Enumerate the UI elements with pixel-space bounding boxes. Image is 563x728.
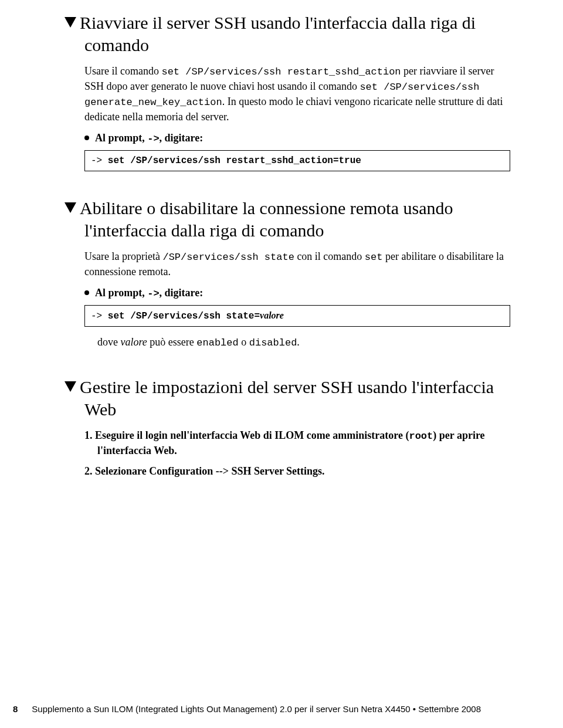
bullet-icon: [84, 290, 89, 295]
var-name: valore: [121, 336, 147, 348]
page-number: 8: [13, 704, 18, 714]
page-footer: 8 Supplemento a Sun ILOM (Integrated Lig…: [0, 704, 563, 714]
step-number: 2.: [84, 465, 95, 477]
paragraph-enable-remote: Usare la proprietà /SP/services/ssh stat…: [65, 249, 510, 279]
code-inline: /SP/services/ssh state: [162, 252, 294, 263]
code-command: set /SP/services/ssh restart_sshd_action…: [108, 155, 361, 166]
code-inline: set: [365, 252, 383, 263]
bullet-icon: [84, 136, 89, 140]
heading-text: Riavviare il server SSH usando l'interfa…: [80, 13, 476, 55]
step-number: 1.: [84, 429, 95, 441]
section-enable-remote: Abilitare o disabilitare la connessione …: [65, 197, 510, 350]
code-inline: disabled: [249, 337, 297, 348]
code-command: set /SP/services/ssh state=: [108, 311, 260, 321]
bullet-prompt: Al prompt, ->, digitare:: [84, 132, 510, 144]
heading-text: Gestire le impostazioni del server SSH u…: [80, 377, 494, 419]
step-2: 2. Selezionare Configuration --> SSH Ser…: [84, 464, 510, 478]
heading-web-interface: Gestire le impostazioni del server SSH u…: [65, 376, 510, 420]
code-box-state: -> set /SP/services/ssh state=valore: [84, 305, 510, 327]
code-inline: root: [409, 431, 433, 442]
code-prefix: ->: [91, 311, 108, 321]
code-variable: valore: [260, 310, 284, 320]
paragraph-valore: dove valore può essere enabled o disable…: [97, 335, 510, 350]
triangle-icon: [65, 202, 76, 213]
heading-text: Abilitare o disabilitare la connessione …: [80, 198, 453, 240]
code-prefix: ->: [91, 155, 108, 166]
bullet-prompt: Al prompt, ->, digitare:: [84, 287, 510, 299]
triangle-icon: [65, 17, 76, 28]
paragraph-restart-ssh: Usare il comando set /SP/services/ssh re…: [65, 64, 510, 124]
section-web-interface: Gestire le impostazioni del server SSH u…: [65, 376, 510, 478]
footer-title: Supplemento a Sun ILOM (Integrated Light…: [32, 704, 510, 714]
section-restart-ssh: Riavviare il server SSH usando l'interfa…: [65, 12, 510, 171]
heading-enable-remote: Abilitare o disabilitare la connessione …: [65, 197, 510, 241]
code-inline: enabled: [196, 337, 238, 348]
heading-restart-ssh: Riavviare il server SSH usando l'interfa…: [65, 12, 510, 56]
code-box-restart: -> set /SP/services/ssh restart_sshd_act…: [84, 150, 510, 171]
step-1: 1. Eseguire il login nell'interfaccia We…: [84, 428, 510, 458]
triangle-icon: [65, 381, 76, 392]
code-inline: set /SP/services/ssh restart_sshd_action: [161, 66, 401, 77]
